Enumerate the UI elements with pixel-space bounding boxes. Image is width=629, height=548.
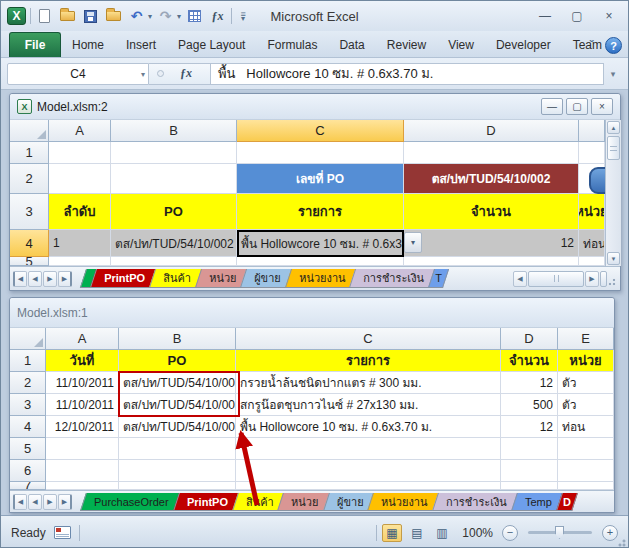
cell[interactable] (558, 460, 614, 482)
cell-qty[interactable]: 12 (501, 416, 558, 438)
cell[interactable] (579, 257, 605, 266)
row-header[interactable]: 5 (10, 257, 49, 266)
row-header[interactable]: 2 (10, 372, 46, 394)
formula-input[interactable]: พื้น Hollowcore 10 ซม. # 0.6x3.70 ม. (211, 63, 604, 85)
column-header-b[interactable]: B (111, 120, 237, 142)
cell-unit[interactable]: ตัว (558, 394, 614, 416)
cell[interactable] (579, 142, 605, 164)
cell[interactable] (236, 460, 501, 482)
tab-file[interactable]: File (9, 32, 61, 57)
cell[interactable] (119, 482, 236, 490)
sheet-tab-payment[interactable]: การชำระเงิน (432, 493, 521, 511)
tab-home[interactable]: Home (61, 32, 115, 57)
child-titlebar[interactable]: X Model.xlsm:2 — ▢ × (10, 94, 620, 120)
redo-button[interactable]: ↷ (156, 7, 175, 26)
cell[interactable] (501, 438, 558, 460)
scroll-left-icon[interactable]: ◀ (513, 271, 527, 287)
next-sheet-icon[interactable]: ▶ (43, 271, 57, 287)
scroll-down-icon[interactable]: ▼ (607, 252, 620, 265)
last-sheet-icon[interactable]: ▶ (58, 271, 72, 287)
column-header-d[interactable]: D (501, 328, 558, 350)
row-header[interactable]: 7 (10, 482, 46, 490)
select-all-corner[interactable] (10, 120, 49, 142)
cell-date[interactable]: 11/10/2011 (46, 372, 119, 394)
macro-pill-button[interactable] (589, 167, 605, 194)
cell-date[interactable]: 11/10/2011 (46, 394, 119, 416)
cell[interactable] (111, 257, 237, 266)
tab-page-layout[interactable]: Page Layout (167, 32, 256, 57)
cell-unit[interactable]: ตัว (558, 372, 614, 394)
cell-po[interactable]: ตส/ปท/TUD/54/10/001 (119, 372, 236, 394)
header-cell-item[interactable]: รายการ (236, 350, 501, 372)
undo-button[interactable]: ↶ (127, 7, 146, 26)
redo-dropdown-icon[interactable]: ▾ (177, 12, 181, 21)
view-normal-icon[interactable]: ▦ (382, 524, 402, 542)
po-number-cell[interactable]: ตส/ปท/TUD/54/10/002 (404, 164, 579, 194)
sheet-tab-payment[interactable]: การชำระเงิน (349, 269, 438, 288)
tab-split-handle[interactable] (600, 271, 607, 287)
zoom-slider[interactable] (528, 531, 592, 534)
column-header-e[interactable] (579, 120, 605, 142)
cell[interactable] (46, 438, 119, 460)
name-box-dropdown-icon[interactable]: ▾ (141, 70, 145, 79)
cell[interactable] (404, 257, 579, 266)
vertical-scrollbar[interactable]: ▲ ▼ (605, 120, 621, 266)
row-header[interactable]: 3 (10, 194, 49, 230)
row-header[interactable]: 4 (10, 416, 46, 438)
tab-review[interactable]: Review (376, 32, 437, 57)
sheet-tab-departments[interactable]: หน่วยงาน (367, 493, 441, 511)
row-header[interactable]: 2 (10, 164, 49, 194)
cell-item[interactable]: สกรูน๊อตชุบกาวไนซ์ # 27x130 มม. (236, 394, 501, 416)
row-header[interactable]: 6 (10, 460, 46, 482)
cell-no[interactable]: 1 (49, 230, 111, 257)
header-cell-unit[interactable]: หน่วย (558, 350, 614, 372)
child-restore-button[interactable]: ▢ (566, 98, 588, 115)
row-header[interactable]: 1 (10, 142, 49, 164)
child-minimize-button[interactable]: — (541, 98, 563, 115)
cell[interactable] (111, 142, 237, 164)
cell[interactable] (49, 257, 111, 266)
view-page-break-icon[interactable]: ▥ (432, 524, 452, 542)
cell[interactable] (237, 142, 404, 164)
column-header-c-selected[interactable]: C (237, 120, 404, 142)
cell[interactable] (558, 438, 614, 460)
scroll-up-icon[interactable]: ▲ (607, 121, 620, 134)
active-cell-c4[interactable]: พื้น Hollowcore 10 ซม. # 0.6x3.70 ม. (237, 230, 404, 257)
save-button[interactable] (81, 7, 100, 26)
restore-button[interactable]: ▢ (566, 7, 588, 24)
cell-po[interactable]: ตส/ปท/TUD/54/10/002 (111, 230, 237, 257)
select-all-corner[interactable] (10, 328, 46, 350)
header-cell-po[interactable]: PO (119, 350, 236, 372)
cell-qty[interactable]: 500 (501, 394, 558, 416)
cell[interactable] (46, 482, 119, 490)
expand-formula-bar-icon[interactable]: ▾ (604, 63, 622, 85)
cell[interactable] (119, 460, 236, 482)
column-header-e[interactable]: E (558, 328, 614, 350)
zoom-level[interactable]: 100% (457, 526, 493, 540)
window-resize-grip[interactable] (614, 535, 627, 548)
minimize-button[interactable]: — (534, 7, 556, 24)
tab-formulas[interactable]: Formulas (256, 32, 328, 57)
excel-logo-icon[interactable]: X (7, 7, 26, 25)
cell-date[interactable]: 12/10/2011 (46, 416, 119, 438)
cell-unit[interactable]: ท่อน (558, 416, 614, 438)
header-cell-date[interactable]: วันที่ (46, 350, 119, 372)
scroll-right-icon[interactable]: ▶ (585, 271, 599, 287)
zoom-out-button[interactable]: − (502, 525, 518, 541)
tab-developer[interactable]: Developer (485, 32, 562, 57)
cell-po[interactable]: ตส/ปท/TUD/54/10/002 (119, 416, 236, 438)
child-titlebar[interactable]: Model.xlsm:1 (10, 298, 614, 328)
new-workbook-button[interactable] (35, 7, 54, 26)
sheet-tab-printpo[interactable]: PrintPO (173, 493, 242, 511)
undo-dropdown-icon[interactable]: ▾ (148, 12, 152, 21)
horizontal-scrollbar[interactable]: ◀ ▶ (513, 269, 618, 288)
child-close-button[interactable]: × (591, 98, 613, 115)
po-label-cell[interactable]: เลขที่ PO (237, 164, 404, 194)
cell[interactable] (46, 460, 119, 482)
zoom-slider-thumb[interactable] (555, 526, 564, 539)
prev-sheet-icon[interactable]: ◀ (28, 494, 42, 510)
row-header[interactable]: 3 (10, 394, 46, 416)
cell[interactable] (404, 142, 579, 164)
row-header-selected[interactable]: 4 (10, 230, 49, 257)
tab-data[interactable]: Data (328, 32, 375, 57)
